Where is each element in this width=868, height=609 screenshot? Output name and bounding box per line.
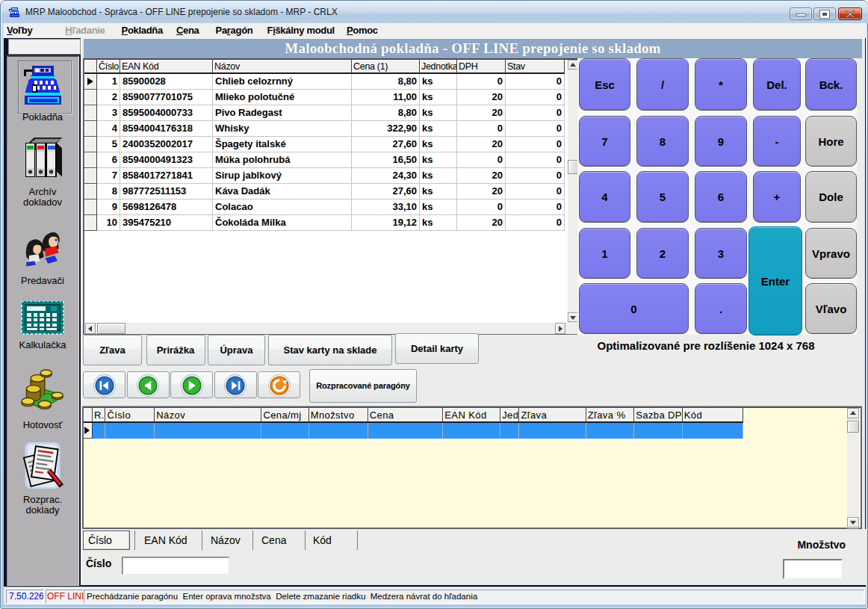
menu-item-7[interactable]: Pomoc [341, 23, 384, 38]
refresh-button[interactable] [258, 371, 300, 398]
numpad-key-2[interactable]: 2 [636, 228, 689, 279]
numpad-key-[interactable]: - [753, 116, 801, 167]
scroll-up-button[interactable] [568, 60, 578, 69]
numpad-key-Enter[interactable]: Enter [748, 226, 802, 336]
receipt-cell [634, 423, 683, 439]
numpad-key-9[interactable]: 9 [695, 116, 747, 167]
tab-5[interactable]: Kód [313, 531, 332, 550]
products-row-2[interactable]: 28590077701075Mlieko polotučné11,00ks200 [84, 90, 565, 105]
search-input[interactable] [122, 557, 229, 575]
action-button-3[interactable]: Úprava [208, 335, 265, 365]
scroll-down-button[interactable] [568, 312, 578, 322]
numpad-key-Vpravo[interactable]: Vpravo [805, 228, 857, 279]
products-column-header: EAN Kód [120, 60, 213, 74]
action-button-1[interactable]: Zľava [83, 335, 142, 365]
tab-separator [305, 531, 306, 550]
numpad-key-Dole[interactable]: Dole [805, 171, 857, 223]
products-cell: ks [420, 90, 457, 105]
menu-item-1[interactable]: Voľby [4, 23, 38, 38]
scroll-up-button[interactable] [847, 408, 859, 418]
products-table-body[interactable]: ČísloEAN KódNázovCena (1)JednotkaDPHStav… [84, 60, 565, 322]
sidebar-item-kalkulacka[interactable]: Kalkulačka [7, 300, 78, 350]
numpad-key-4[interactable]: 4 [579, 171, 630, 223]
sidebar-item-label: Archív dokladov [7, 187, 78, 208]
products-row-4[interactable]: 48594004176318Whisky322,90ks00 [84, 121, 565, 137]
products-row-8[interactable]: 8987772511153Káva Dadák27,60ks200 [84, 184, 565, 200]
receipt-cell [105, 423, 155, 439]
sidebar-item-archiv[interactable]: Archív dokladov [7, 137, 78, 208]
products-cell: ks [420, 168, 457, 184]
close-button[interactable] [838, 7, 862, 20]
sidebar-item-pokladna[interactable]: Pokladňa [7, 63, 78, 123]
sidebar-item-predavaci[interactable]: Predavači [7, 226, 78, 286]
numpad-key-6[interactable]: 6 [695, 171, 747, 223]
products-cell: ks [420, 137, 457, 152]
products-table[interactable]: ČísloEAN KódNázovCena (1)JednotkaDPHStav… [83, 58, 580, 335]
action-button-5[interactable]: Detail karty [395, 333, 479, 364]
numpad-key-1[interactable]: 1 [579, 228, 630, 279]
receipt-table[interactable]: R.ČísloNázovCena/mjMnožstvoCenaEAN KódJe… [82, 406, 862, 529]
numpad-key-8[interactable]: 8 [636, 116, 689, 167]
products-row-10[interactable]: 10395475210Čokoláda Milka19,12ks200 [84, 215, 565, 231]
numpad-key-[interactable]: . [695, 283, 747, 334]
scroll-thumb[interactable] [847, 421, 859, 433]
menu-item-3[interactable]: Pokladňa [116, 23, 169, 38]
numpad-key-7[interactable]: 7 [579, 116, 630, 167]
numpad-key-Bck[interactable]: Bck. [805, 58, 857, 111]
products-row-9[interactable]: 95698126478Colacao33,10ks00 [84, 200, 565, 215]
tab-2[interactable]: EAN Kód [144, 531, 187, 550]
products-row-1[interactable]: 185900028Chlieb celozrnný8,80ks00 [84, 74, 565, 90]
sidebar-item-rozprac[interactable]: Rozprac. doklady [7, 441, 78, 516]
next-record-button[interactable] [170, 371, 213, 398]
scroll-thumb[interactable] [568, 160, 578, 174]
products-vertical-scrollbar[interactable] [568, 60, 578, 323]
numpad-key-[interactable]: / [636, 58, 689, 111]
numpad-key-[interactable]: * [695, 58, 747, 111]
action-button-4[interactable]: Stav karty na sklade [268, 335, 392, 365]
restore-button[interactable] [813, 7, 836, 20]
receipt-cell [519, 423, 586, 439]
products-cell: 9 [97, 200, 120, 215]
first-record-button[interactable] [83, 371, 125, 398]
window-title: MRP Maloobchod - Správca - OFF LINE prep… [25, 1, 338, 23]
action-button-2[interactable]: Prirážka [146, 335, 205, 365]
numpad-key-5[interactable]: 5 [636, 171, 689, 223]
numpad-key-[interactable]: + [753, 171, 801, 223]
menu-item-6[interactable]: Fiškálny modul [261, 23, 340, 38]
receipt-vertical-scrollbar[interactable] [847, 408, 859, 528]
menu-item-4[interactable]: Cena [170, 23, 205, 38]
products-row-3[interactable]: 38595004000733Pivo Radegast8,80ks200 [84, 105, 565, 121]
products-row-7[interactable]: 78584017271841Sirup jablkový24,30ks200 [84, 168, 565, 184]
minimize-button[interactable] [790, 7, 812, 20]
accelerator-underline: H [65, 25, 72, 36]
numpad-key-0[interactable]: 0 [579, 283, 689, 334]
menu-item-5[interactable]: Paragón [210, 23, 259, 38]
receipt-cell [261, 423, 309, 439]
scroll-thumb[interactable] [97, 323, 125, 334]
sidebar-item-hotovost[interactable]: Hotovosť [7, 369, 78, 430]
last-record-button[interactable] [214, 371, 257, 398]
sellers-icon [21, 226, 64, 269]
products-horizontal-scrollbar[interactable] [84, 323, 578, 334]
previous-record-button[interactable] [127, 371, 170, 398]
tab-3[interactable]: Názov [211, 531, 241, 550]
products-row-5[interactable]: 52400352002017Špagety italské27,60ks200 [84, 137, 565, 152]
tab-4[interactable]: Cena [261, 531, 286, 550]
scroll-right-button[interactable] [555, 323, 565, 334]
products-row-6[interactable]: 68594000491323Múka polohrubá16,50ks00 [84, 152, 565, 168]
numpad-key-Hore[interactable]: Hore [805, 116, 857, 167]
numpad-key-3[interactable]: 3 [695, 228, 747, 279]
receipts-in-progress-button[interactable]: Rozpracované paragóny [309, 369, 417, 403]
products-cell: 0 [506, 168, 565, 184]
receipt-selected-row[interactable] [93, 423, 743, 439]
numpad-key-Vavo[interactable]: Vľavo [805, 283, 857, 334]
numpad-key-Esc[interactable]: Esc [579, 58, 630, 111]
quantity-input[interactable] [783, 559, 843, 579]
products-column-header: Číslo [97, 60, 120, 74]
window-caption-banner: Maloobchodná pokladňa - OFF LINE prepoje… [84, 39, 862, 58]
scroll-left-button[interactable] [85, 323, 96, 334]
scroll-down-button[interactable] [847, 517, 859, 528]
products-cell: 16,50 [352, 152, 420, 168]
tab-cislo[interactable]: Číslo [83, 531, 130, 550]
numpad-key-Del[interactable]: Del. [753, 58, 801, 111]
